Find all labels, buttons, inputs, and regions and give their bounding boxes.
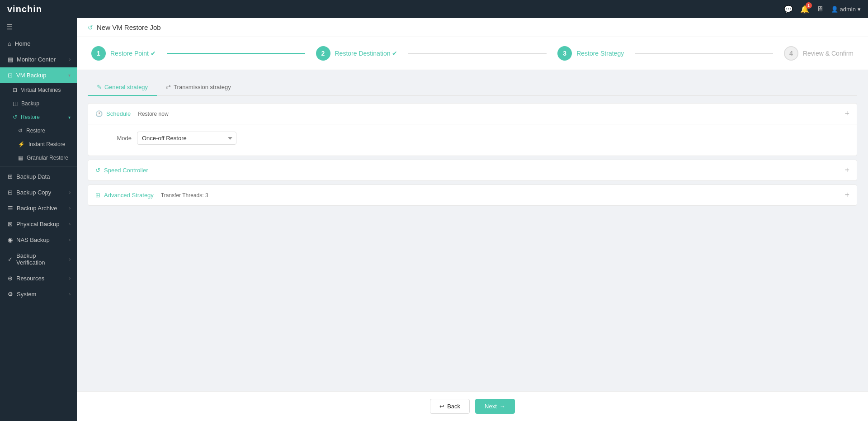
speed-panel: ↺ Speed Controller +: [88, 160, 857, 181]
mode-select[interactable]: Once-off Restore Scheduled Restore: [137, 132, 236, 145]
hamburger-button[interactable]: ☰: [0, 18, 77, 36]
sidebar-item-restore[interactable]: ↺ Restore ▾: [0, 110, 77, 124]
advanced-panel: ⊞ Advanced Strategy Transfer Threads: 3 …: [88, 184, 857, 206]
schedule-icon: 🕐: [95, 110, 103, 117]
restore-sub-arrow: ▾: [68, 115, 71, 120]
next-icon: →: [500, 403, 505, 410]
sidebar-item-resources[interactable]: ⊕ Resources ›: [0, 270, 77, 286]
system-icon: ⚙: [8, 291, 13, 298]
mode-row: Mode Once-off Restore Scheduled Restore: [95, 132, 849, 145]
page-title: New VM Restore Job: [97, 24, 161, 31]
pencil-icon: ✎: [97, 84, 102, 90]
step-connector-1-2: [167, 53, 305, 54]
advanced-title: Advanced Strategy: [104, 192, 154, 199]
sidebar-item-instant-restore[interactable]: ⚡ Instant Restore: [0, 137, 77, 151]
sidebar-label-home: Home: [15, 40, 31, 47]
sidebar-divider-1: [0, 166, 77, 167]
next-button[interactable]: Next →: [475, 399, 515, 414]
screen-icon[interactable]: 🖥: [816, 5, 824, 13]
backup-sub-icon: ◫: [13, 100, 18, 107]
granular-restore-icon: ▦: [18, 155, 23, 161]
schedule-expand-icon[interactable]: +: [844, 109, 849, 118]
sidebar-item-home[interactable]: ⌂ Home: [0, 36, 77, 52]
message-icon[interactable]: 💬: [784, 5, 793, 14]
restore-icon: ↺: [18, 128, 23, 134]
schedule-panel-header[interactable]: 🕐 Schedule Restore now +: [88, 104, 857, 124]
step-label-3: Restore Strategy: [576, 50, 624, 57]
vm-arrow: ▾: [68, 73, 71, 78]
step-label-2: Restore Destination ✔: [335, 50, 398, 57]
granular-restore-label: Granular Restore: [27, 155, 68, 161]
main-layout: ☰ ⌂ Home ▤ Monitor Center › ⊡ VM Backup …: [0, 18, 868, 421]
home-icon: ⌂: [8, 40, 11, 47]
step-connector-2-3: [408, 53, 547, 54]
wizard-step-1: 1 Restore Point ✔: [91, 46, 156, 61]
tab-general-strategy[interactable]: ✎ General strategy: [88, 79, 157, 96]
sidebar-item-vm-backup[interactable]: ⊡ VM Backup ▾: [0, 67, 77, 83]
sidebar-item-restore-sub[interactable]: ↺ Restore: [0, 124, 77, 137]
instant-restore-label: Instant Restore: [28, 141, 65, 147]
advanced-subtitle: Transfer Threads: 3: [161, 192, 208, 199]
sidebar-item-backup-copy[interactable]: ⊟ Backup Copy ›: [0, 184, 77, 200]
physical-backup-label: Physical Backup: [16, 221, 59, 227]
sidebar-item-nas-backup[interactable]: ◉ NAS Backup ›: [0, 232, 77, 248]
backup-archive-label: Backup Archive: [17, 205, 57, 212]
sidebar-label-vm: VM Backup: [16, 72, 46, 79]
notification-icon[interactable]: 🔔: [800, 5, 809, 14]
backup-sub-label: Backup: [21, 100, 39, 107]
backup-archive-icon: ☰: [8, 205, 13, 212]
nas-backup-label: NAS Backup: [16, 237, 50, 243]
step-circle-1: 1: [91, 46, 106, 61]
sidebar-item-backup[interactable]: ◫ Backup: [0, 97, 77, 110]
back-label: Back: [447, 403, 460, 410]
resources-icon: ⊕: [8, 275, 13, 282]
step-label-1: Restore Point ✔: [110, 50, 156, 57]
back-button[interactable]: ↩ Back: [430, 399, 470, 414]
wizard-step-2: 2 Restore Destination ✔: [316, 46, 398, 61]
vm-icon: ⊡: [8, 72, 13, 79]
next-label: Next: [485, 403, 497, 410]
back-icon: ↩: [439, 403, 444, 410]
restore-sub-label: Restore: [21, 114, 40, 120]
physical-backup-icon: ⊠: [8, 221, 13, 227]
resources-label: Resources: [16, 275, 44, 282]
backup-copy-arrow: ›: [69, 190, 71, 195]
vm-sub-label: Virtual Machines: [21, 87, 61, 93]
backup-data-icon: ⊞: [8, 173, 13, 180]
user-label: admin: [840, 6, 856, 13]
wizard-step-3: 3 Restore Strategy: [557, 46, 624, 61]
arrows-icon: ⇄: [166, 84, 171, 90]
sidebar-item-backup-verification[interactable]: ✓ Backup Verification ›: [0, 248, 77, 270]
user-menu[interactable]: 👤 admin ▾: [831, 6, 861, 13]
step-connector-3-4: [635, 53, 773, 54]
user-arrow: ▾: [858, 6, 861, 13]
schedule-title: Schedule: [106, 110, 131, 117]
speed-expand-icon[interactable]: +: [844, 166, 849, 175]
verification-arrow: ›: [69, 257, 71, 262]
sidebar-item-monitor[interactable]: ▤ Monitor Center ›: [0, 52, 77, 67]
tab-transmission-strategy[interactable]: ⇄ Transmission strategy: [157, 79, 240, 96]
mode-label: Mode: [95, 135, 132, 142]
monitor-icon: ▤: [8, 56, 13, 63]
backup-copy-icon: ⊟: [8, 189, 13, 196]
sidebar-item-granular-restore[interactable]: ▦ Granular Restore: [0, 151, 77, 165]
step-circle-2: 2: [316, 46, 330, 61]
tab-bar: ✎ General strategy ⇄ Transmission strate…: [88, 79, 857, 96]
backup-archive-arrow: ›: [69, 206, 71, 211]
sidebar-item-backup-data[interactable]: ⊞ Backup Data: [0, 169, 77, 184]
topbar-right: 💬 🔔 🖥 👤 admin ▾: [784, 5, 861, 14]
sidebar-item-backup-archive[interactable]: ☰ Backup Archive ›: [0, 200, 77, 216]
tab-general-label: General strategy: [104, 84, 148, 90]
system-label: System: [17, 291, 36, 298]
speed-panel-header[interactable]: ↺ Speed Controller +: [88, 160, 857, 180]
backup-copy-label: Backup Copy: [16, 189, 51, 196]
advanced-panel-header[interactable]: ⊞ Advanced Strategy Transfer Threads: 3 …: [88, 185, 857, 205]
backup-data-label: Backup Data: [16, 173, 50, 180]
sidebar-item-virtual-machines[interactable]: ⊡ Virtual Machines: [0, 83, 77, 97]
main-content: ✎ General strategy ⇄ Transmission strate…: [77, 70, 868, 391]
advanced-expand-icon[interactable]: +: [844, 190, 849, 200]
nas-backup-arrow: ›: [69, 237, 71, 242]
sidebar-item-system[interactable]: ⚙ System ›: [0, 286, 77, 302]
sidebar-item-physical-backup[interactable]: ⊠ Physical Backup ›: [0, 216, 77, 232]
restore-sub-icon: ↺: [13, 114, 17, 120]
